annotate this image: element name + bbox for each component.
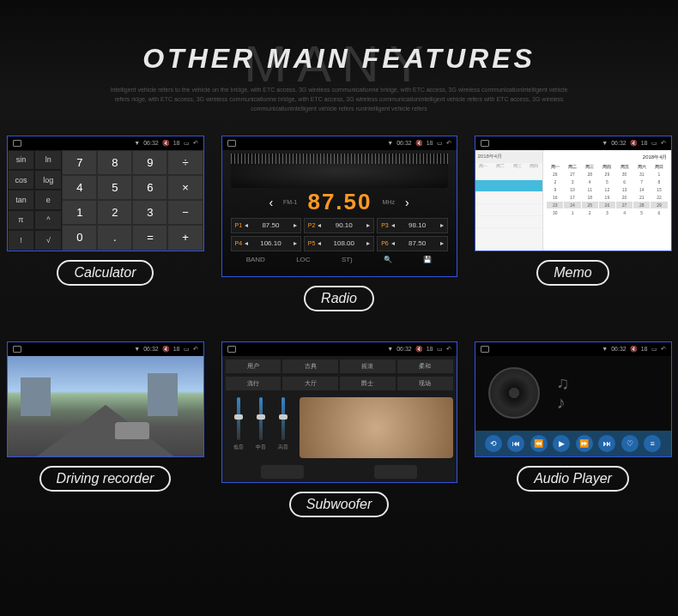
radio-preset[interactable]: P3◂98.10▸: [377, 218, 447, 233]
calc-key[interactable]: 3: [132, 200, 167, 225]
calendar-day[interactable]: 18: [582, 194, 598, 201]
calc-key[interactable]: 9: [132, 150, 167, 175]
calendar-day[interactable]: 27: [616, 202, 633, 208]
calc-key[interactable]: 1: [62, 200, 97, 225]
eq-tab[interactable]: 现场: [397, 377, 453, 390]
eq-tab[interactable]: 流行: [226, 377, 281, 390]
eq-slider[interactable]: 低音: [233, 397, 245, 458]
home-icon[interactable]: [481, 346, 489, 353]
calendar-day[interactable]: 3: [564, 178, 580, 185]
calc-fn-key[interactable]: cos: [8, 170, 35, 190]
calendar-day[interactable]: 5: [633, 209, 650, 216]
calc-key[interactable]: ÷: [167, 150, 203, 175]
eq-tab[interactable]: 古典: [282, 359, 338, 373]
calc-fn-key[interactable]: ^: [34, 210, 62, 230]
radio-bottom-button[interactable]: LOC: [296, 256, 310, 263]
calc-key[interactable]: 5: [97, 175, 132, 200]
calendar-day[interactable]: 31: [633, 171, 650, 178]
calendar-day[interactable]: 4: [616, 209, 633, 216]
back-icon[interactable]: ↶: [661, 346, 666, 353]
calendar-day[interactable]: 5: [599, 178, 615, 185]
calc-key[interactable]: +: [167, 225, 203, 250]
audio-control-button[interactable]: ⏩: [576, 435, 593, 452]
calc-fn-key[interactable]: log: [34, 170, 62, 190]
home-icon[interactable]: [13, 346, 21, 353]
calendar-day[interactable]: 14: [633, 186, 650, 193]
calendar-day[interactable]: 27: [564, 171, 580, 178]
radio-preset[interactable]: P2◂90.10▸: [304, 218, 374, 233]
calendar-day[interactable]: 16: [547, 194, 563, 201]
calendar-day[interactable]: 25: [582, 202, 598, 208]
calendar-day[interactable]: 23: [547, 202, 563, 208]
eq-tab[interactable]: 大厅: [282, 377, 338, 390]
audio-control-button[interactable]: ⏮: [507, 435, 524, 452]
calendar-day[interactable]: 2: [582, 209, 598, 216]
calendar-day[interactable]: 12: [599, 186, 615, 193]
home-icon[interactable]: [13, 140, 21, 147]
audio-control-button[interactable]: ⏪: [530, 435, 548, 452]
calendar-day[interactable]: 7: [633, 178, 650, 185]
radio-bottom-button[interactable]: 💾: [423, 256, 432, 263]
tuner-dial[interactable]: [231, 154, 448, 188]
tune-down[interactable]: ‹: [269, 196, 273, 209]
calc-key[interactable]: 6: [132, 175, 167, 200]
calendar-day[interactable]: 26: [547, 171, 563, 178]
home-icon[interactable]: [227, 346, 236, 353]
eq-tab[interactable]: 摇滚: [340, 359, 396, 373]
calendar-day[interactable]: 21: [633, 194, 650, 201]
eq-slider[interactable]: 高音: [277, 397, 289, 458]
eq-slider[interactable]: 中音: [255, 397, 267, 458]
calc-fn-key[interactable]: ln: [34, 150, 62, 170]
audio-control-button[interactable]: ▶: [553, 435, 570, 452]
calc-key[interactable]: ×: [167, 175, 203, 200]
calc-key[interactable]: 8: [97, 150, 132, 175]
back-icon[interactable]: ↶: [446, 346, 451, 353]
calc-key[interactable]: 0: [62, 225, 97, 250]
home-icon[interactable]: [227, 140, 236, 147]
calc-fn-key[interactable]: π: [8, 210, 35, 230]
tune-up[interactable]: ›: [405, 196, 409, 209]
calendar-day[interactable]: 3: [599, 209, 615, 216]
audio-control-button[interactable]: ♡: [621, 435, 639, 452]
calc-fn-key[interactable]: !: [8, 230, 35, 250]
calc-key[interactable]: 7: [62, 150, 97, 175]
radio-bottom-button[interactable]: 🔍: [384, 256, 392, 263]
audio-control-button[interactable]: ⟲: [485, 435, 502, 452]
eq-preset-button[interactable]: [261, 465, 304, 479]
calendar-day[interactable]: 29: [651, 202, 667, 208]
calc-key[interactable]: 4: [62, 175, 97, 200]
calendar-day[interactable]: 9: [547, 186, 563, 193]
calendar-day[interactable]: 29: [599, 171, 615, 178]
radio-bottom-button[interactable]: ST): [342, 256, 353, 263]
calc-fn-key[interactable]: e: [34, 190, 62, 209]
calendar-day[interactable]: 4: [582, 178, 598, 185]
calendar-day[interactable]: 13: [616, 186, 633, 193]
home-icon[interactable]: [481, 140, 489, 147]
calendar-day[interactable]: 24: [564, 202, 580, 208]
eq-tab[interactable]: 柔和: [397, 359, 453, 373]
calendar-day[interactable]: 28: [633, 202, 650, 208]
calendar-day[interactable]: 30: [616, 171, 633, 178]
back-icon[interactable]: ↶: [661, 140, 666, 147]
calc-fn-key[interactable]: sin: [8, 150, 35, 170]
radio-preset[interactable]: P4◂106.10▸: [231, 236, 301, 251]
calendar-day[interactable]: 28: [582, 171, 598, 178]
calc-key[interactable]: 2: [97, 200, 132, 225]
calendar-day[interactable]: 6: [616, 178, 633, 185]
calendar-day[interactable]: 10: [564, 186, 580, 193]
radio-bottom-button[interactable]: BAND: [246, 256, 265, 263]
back-icon[interactable]: ↶: [193, 346, 198, 353]
audio-control-button[interactable]: ⏭: [598, 435, 615, 452]
calc-fn-key[interactable]: √: [34, 230, 62, 250]
calc-key[interactable]: −: [167, 200, 203, 225]
calc-fn-key[interactable]: tan: [8, 190, 35, 209]
back-icon[interactable]: ↶: [446, 140, 451, 147]
eq-tab[interactable]: 爵士: [340, 377, 396, 390]
calendar-day[interactable]: 22: [651, 194, 667, 201]
calendar-day[interactable]: 17: [564, 194, 580, 201]
calendar-day[interactable]: 20: [616, 194, 633, 201]
calendar-day[interactable]: 19: [599, 194, 615, 201]
eq-tab[interactable]: 用户: [226, 359, 281, 373]
audio-control-button[interactable]: ≡: [644, 435, 661, 452]
active-day[interactable]: [475, 180, 543, 192]
